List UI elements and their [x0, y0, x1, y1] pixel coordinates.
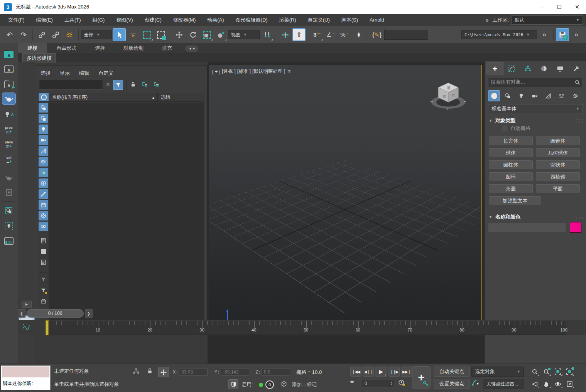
menu-customize[interactable]: 自定义(U)	[302, 17, 336, 24]
explorer-lock-button[interactable]	[130, 81, 136, 87]
object-lister-button[interactable]	[2, 187, 16, 198]
time-slider-frame-display[interactable]: 0 / 100	[27, 309, 84, 318]
tab-hierarchy[interactable]	[520, 62, 536, 75]
slate-material-button[interactable]	[2, 205, 16, 217]
set-key-button[interactable]: 设置关键点	[434, 379, 470, 389]
selection-lock-button[interactable]	[147, 368, 153, 374]
maximize-button[interactable]: ☐	[551, 0, 568, 14]
filter-config-button[interactable]	[39, 286, 48, 295]
select-and-place-button[interactable]	[214, 28, 227, 41]
toolbar-overflow-left[interactable]: »	[538, 28, 551, 41]
plane-button[interactable]: 平面	[536, 184, 580, 193]
category-lights[interactable]	[515, 90, 527, 101]
clear-search-icon[interactable]: ✕	[106, 81, 110, 87]
select-object-button[interactable]	[113, 28, 126, 41]
window-crossing-button[interactable]	[154, 28, 167, 41]
maxscript-mini-listener[interactable]: 脚本迷你侦听:	[1, 365, 51, 390]
object-color-swatch[interactable]	[570, 222, 581, 233]
menu-file[interactable]: 文件(F)	[2, 17, 30, 24]
next-key-button[interactable]: ❘❘▶	[388, 367, 400, 377]
create-key-button[interactable]: +	[412, 366, 431, 389]
select-and-rotate-button[interactable]	[186, 28, 199, 41]
detail-view-button[interactable]	[39, 257, 48, 267]
blank-view-button[interactable]	[39, 247, 48, 256]
explorer-object-list[interactable]	[49, 103, 204, 320]
key-mode-button[interactable]	[471, 379, 479, 387]
absolute-mode-button[interactable]	[158, 367, 169, 377]
render-setup-button[interactable]: ◧◳	[2, 235, 16, 247]
show-containers-toggle[interactable]	[39, 200, 48, 210]
marker-cube-button[interactable]	[281, 381, 287, 387]
archive-button[interactable]	[39, 296, 48, 306]
script-run-button[interactable]: A⚡	[2, 63, 16, 75]
current-frame-spinner[interactable]: 0 ▲▼	[362, 380, 394, 387]
list-view-button[interactable]	[39, 236, 48, 246]
bind-to-spacewarp-button[interactable]	[63, 28, 76, 41]
object-name-input[interactable]	[488, 223, 566, 232]
object-type-rollout-header[interactable]: ▼ 对象类型 ⋮⋮⋮	[487, 116, 584, 125]
viewport-pov-menu[interactable]: [透视 ]	[222, 68, 235, 75]
named-selection-sets-button[interactable]: {✎}	[370, 28, 383, 41]
name-color-rollout-header[interactable]: ▼ 名称和颜色 ⋮⋮⋮	[487, 213, 584, 221]
script-play-button[interactable]: A▶	[2, 79, 16, 90]
play-button[interactable]: ▶	[375, 367, 387, 377]
listener-macro-pane[interactable]	[2, 367, 49, 377]
select-and-scale-button[interactable]	[200, 28, 213, 41]
tube-button[interactable]: 管状体	[536, 160, 580, 169]
autogrid-checkbox[interactable]	[502, 126, 507, 131]
menu-arnold[interactable]: Arnold	[364, 17, 390, 23]
cone-button[interactable]: 圆锥体	[536, 136, 580, 145]
alem-add-button[interactable]: alem◫+	[2, 139, 16, 150]
undo-button[interactable]: ↶	[3, 28, 16, 41]
toolbar-overflow-right[interactable]: »	[570, 28, 583, 41]
next-frame-arrow[interactable]: ❯	[85, 309, 93, 318]
teapot-convert-button[interactable]	[2, 172, 16, 183]
geosphere-button[interactable]: 几何球体	[536, 148, 580, 157]
ribbon-minimize-toggle[interactable]: ▼▾	[185, 45, 198, 52]
category-systems[interactable]	[569, 90, 581, 101]
previous-frame-arrow[interactable]: ❮	[18, 309, 25, 318]
select-lights-button[interactable]	[2, 220, 16, 232]
angle-snap-button[interactable]: ∠⌒	[324, 28, 338, 41]
snaps-toggle-button[interactable]: 3⌒	[311, 28, 324, 41]
save-file-button[interactable]	[556, 28, 569, 41]
tab-utilities[interactable]	[568, 62, 584, 75]
curve-editor-icon[interactable]	[22, 323, 30, 331]
workspace-dropdown[interactable]: 默认 ▼	[511, 15, 583, 25]
viewport-style-menu[interactable]: [标准 ]	[237, 68, 251, 75]
frame-step-arrows[interactable]: ◀▶	[350, 380, 354, 384]
show-spacewarps-toggle[interactable]	[39, 157, 48, 167]
explorer-menu-edit[interactable]: 编辑	[79, 70, 89, 77]
select-and-link-button[interactable]	[35, 28, 48, 41]
isolate-selection-button[interactable]	[133, 368, 140, 375]
key-selection-dropdown[interactable]: 选定对象▼	[471, 367, 524, 377]
explorer-filter-button[interactable]	[113, 80, 123, 90]
show-xrefs-toggle[interactable]	[39, 178, 48, 188]
explorer-search-input[interactable]	[39, 80, 103, 89]
menu-graph-editors[interactable]: 图形编辑器(D)	[230, 17, 274, 24]
show-geometry-toggle[interactable]	[39, 103, 48, 113]
show-cameras-toggle[interactable]	[39, 135, 48, 145]
redo-button[interactable]: ↷	[17, 28, 30, 41]
zoom-extents-button[interactable]	[552, 367, 563, 377]
category-shapes[interactable]	[502, 90, 513, 101]
reference-coordinate-dropdown[interactable]: 视图▼	[228, 30, 260, 39]
modeling-mode-button[interactable]	[2, 93, 16, 105]
teapot-button[interactable]: 茶壶	[489, 184, 533, 193]
previous-key-button[interactable]: ◀❘❘	[363, 367, 374, 377]
orbit-button[interactable]	[552, 379, 563, 389]
rectangular-selection-button[interactable]	[140, 28, 154, 41]
menu-create[interactable]: 创建(C)	[139, 17, 167, 24]
select-and-manipulate-button[interactable]	[279, 28, 292, 41]
select-by-name-button[interactable]: ≡≡≡➤	[127, 28, 140, 41]
show-helpers-toggle[interactable]	[39, 146, 48, 156]
add-marker-label[interactable]: 添加…标记	[292, 381, 317, 388]
filter-off-button[interactable]	[39, 275, 48, 284]
y-coordinate-field[interactable]	[221, 368, 249, 376]
zoom-all-button[interactable]	[541, 367, 552, 377]
ribbon-tab-object-paint[interactable]: 对象绘制	[114, 43, 153, 53]
z-coordinate-field[interactable]	[262, 368, 290, 376]
name-column-header[interactable]: 名称(按升序排序)	[52, 94, 88, 101]
explorer-expand-all-button[interactable]	[142, 81, 148, 87]
script-editor-button[interactable]: A	[2, 49, 16, 60]
